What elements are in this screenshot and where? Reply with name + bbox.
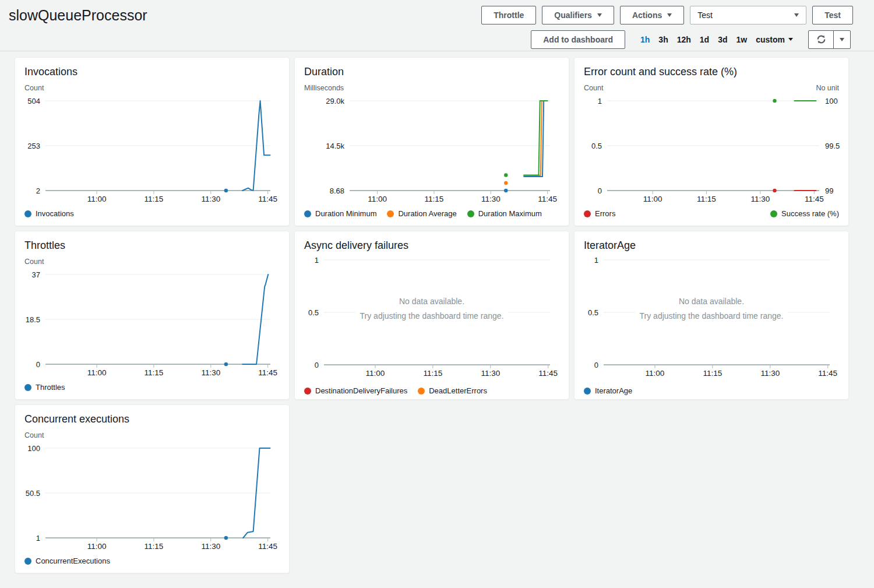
qualifiers-button-label: Qualifiers xyxy=(554,10,592,20)
time-range-options: 1h3h12h1d3d1w xyxy=(640,35,747,44)
svg-text:1: 1 xyxy=(598,97,602,105)
legend-label: DestinationDeliveryFailures xyxy=(315,386,407,395)
svg-text:11:45: 11:45 xyxy=(538,195,557,203)
legend-swatch xyxy=(584,210,591,217)
svg-text:11:45: 11:45 xyxy=(805,195,824,203)
time-range-12h[interactable]: 12h xyxy=(677,35,691,44)
chart-title: Throttles xyxy=(24,240,280,252)
legend-item: ConcurrentExecutions xyxy=(24,557,110,565)
header-actions: Throttle Qualifiers Actions Test Test xyxy=(481,6,853,24)
time-range-1w[interactable]: 1w xyxy=(736,35,748,44)
series xyxy=(504,101,548,192)
legend-item: Duration Minimum xyxy=(304,209,376,218)
actions-button[interactable]: Actions xyxy=(620,6,684,24)
svg-text:11:30: 11:30 xyxy=(201,195,220,203)
y-axis-labels: 29.0k14.5k8.68 xyxy=(326,97,344,195)
chart-legend: Invocations xyxy=(24,209,280,218)
svg-text:11:30: 11:30 xyxy=(750,195,770,203)
throttle-button[interactable]: Throttle xyxy=(481,6,536,24)
legend-item: DestinationDeliveryFailures xyxy=(304,386,407,395)
svg-text:11:15: 11:15 xyxy=(697,195,716,203)
legend-label: Duration Minimum xyxy=(315,209,376,218)
legend-item: Invocations xyxy=(24,209,74,218)
time-range-1h[interactable]: 1h xyxy=(640,35,650,44)
svg-text:1: 1 xyxy=(36,534,40,543)
legend-label: Errors xyxy=(595,209,615,218)
time-range-links: 1h3h12h1d3d1w custom xyxy=(640,35,793,44)
svg-text:11:45: 11:45 xyxy=(818,369,837,378)
chart-panel-error-success: Error count and success rate (%) Count N… xyxy=(574,57,849,226)
refresh-button[interactable] xyxy=(808,30,834,49)
chart-panel-invocations: Invocations Count 504253211:0011:1511:30… xyxy=(15,57,290,226)
svg-text:14.5k: 14.5k xyxy=(326,142,344,150)
svg-text:50.5: 50.5 xyxy=(26,489,40,498)
svg-text:11:00: 11:00 xyxy=(87,195,107,203)
svg-text:100: 100 xyxy=(825,97,838,105)
chart-title: Async delivery failures xyxy=(304,240,559,252)
legend-label: Invocations xyxy=(36,209,74,218)
chart-legend: Duration MinimumDuration AverageDuration… xyxy=(304,209,559,218)
svg-text:99: 99 xyxy=(825,186,833,195)
test-button-label: Test xyxy=(824,10,841,20)
legend-label: DeadLetterErrors xyxy=(429,386,487,395)
qualifiers-button[interactable]: Qualifiers xyxy=(542,6,614,24)
y-axis-unit-label: Count xyxy=(24,84,44,92)
svg-text:11:00: 11:00 xyxy=(366,369,385,378)
svg-text:0.5: 0.5 xyxy=(591,142,602,150)
chevron-down-icon xyxy=(794,13,799,17)
chevron-down-icon xyxy=(840,38,844,41)
legend-item: Duration Average xyxy=(387,209,456,218)
refresh-split-button xyxy=(808,30,851,49)
svg-text:1: 1 xyxy=(594,256,598,265)
page-title: slowQueueProcessor xyxy=(9,7,147,24)
chart-panel-async-delivery-failures: Async delivery failures 10.5011:0011:151… xyxy=(294,231,569,400)
svg-text:0: 0 xyxy=(315,361,319,369)
y-axis-labels: 10.50 xyxy=(591,97,602,195)
add-to-dashboard-button[interactable]: Add to dashboard xyxy=(531,30,625,49)
chevron-down-icon xyxy=(667,13,672,17)
svg-text:11:30: 11:30 xyxy=(481,369,500,378)
svg-text:11:00: 11:00 xyxy=(368,195,387,203)
throttles-chart[interactable]: 3718.5011:0011:1511:3011:45 xyxy=(24,267,281,381)
gridlines xyxy=(45,274,270,364)
error-success-chart[interactable]: 10.5010099.59911:0011:1511:3011:45 xyxy=(584,93,840,207)
concurrent-executions-chart[interactable]: 10050.5111:0011:1511:3011:45 xyxy=(24,441,281,554)
chart-title: Error count and success rate (%) xyxy=(584,66,839,78)
invocations-chart[interactable]: 504253211:0011:1511:3011:45 xyxy=(24,93,281,207)
right-axis-labels: 10099.599 xyxy=(825,97,840,195)
custom-range-link[interactable]: custom xyxy=(756,35,793,44)
x-axis-labels: 11:0011:1511:3011:45 xyxy=(366,365,558,378)
y-axis-labels: 10050.51 xyxy=(26,444,40,543)
actions-button-label: Actions xyxy=(632,10,662,20)
series-line xyxy=(524,101,545,177)
chart-legend: Throttles xyxy=(24,383,280,392)
duration-chart[interactable]: 29.0k14.5k8.6811:0011:1511:3011:45 xyxy=(304,93,561,207)
data-point xyxy=(224,362,228,366)
legend-swatch xyxy=(24,210,31,217)
no-data-line1: No data available. xyxy=(674,297,749,306)
time-range-1d[interactable]: 1d xyxy=(700,35,709,44)
svg-text:2: 2 xyxy=(36,186,40,195)
y-axis-labels: 3718.50 xyxy=(26,270,40,369)
data-point xyxy=(773,189,776,192)
gridlines xyxy=(607,101,819,191)
svg-text:11:00: 11:00 xyxy=(646,369,665,378)
time-range-3d[interactable]: 3d xyxy=(718,35,727,44)
x-axis-labels: 11:0011:1511:3011:45 xyxy=(643,191,824,203)
time-range-3h[interactable]: 3h xyxy=(658,35,668,44)
svg-text:11:15: 11:15 xyxy=(145,195,164,203)
y-axis-unit-label: Count xyxy=(584,84,603,92)
legend-label: Duration Maximum xyxy=(478,209,542,218)
chart-panel-throttles: Throttles Count 3718.5011:0011:1511:3011… xyxy=(15,231,290,400)
chart-title: IteratorAge xyxy=(584,240,839,252)
svg-text:11:45: 11:45 xyxy=(538,369,558,378)
svg-text:11:15: 11:15 xyxy=(423,369,442,378)
test-event-select[interactable]: Test xyxy=(690,6,806,24)
refresh-options-button[interactable] xyxy=(833,30,851,49)
svg-text:8.68: 8.68 xyxy=(330,186,344,195)
no-data-line2: Try adjusting the dashboard time range. xyxy=(355,311,509,321)
chart-legend: ConcurrentExecutions xyxy=(24,557,280,565)
svg-text:0: 0 xyxy=(598,186,602,195)
test-button[interactable]: Test xyxy=(812,6,853,24)
chart-panel-concurrent-executions: Concurrent executions Count 10050.5111:0… xyxy=(15,404,290,573)
